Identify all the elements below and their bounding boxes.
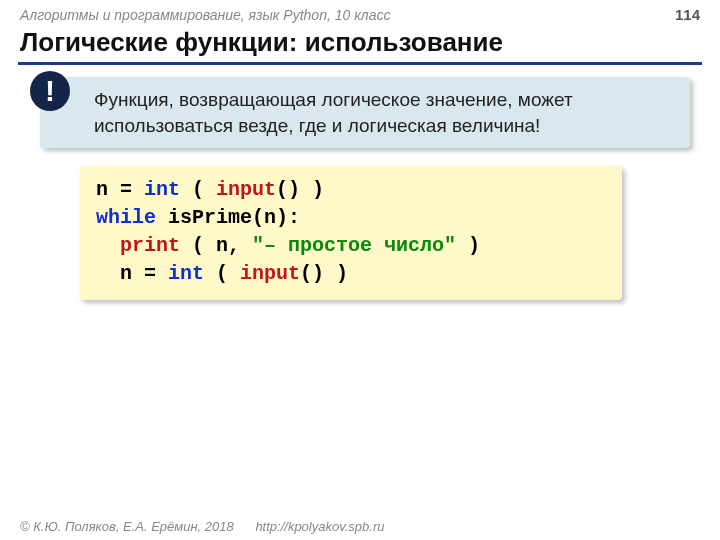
page-title: Логические функции: использование — [0, 25, 720, 62]
code-func: input — [240, 262, 300, 285]
code-keyword: while — [96, 206, 156, 229]
footer: © К.Ю. Поляков, Е.А. Ерёмин, 2018 http:/… — [20, 519, 384, 534]
code-text: ( n, — [180, 234, 252, 257]
note-box: ! Функция, возвращающая логическое значе… — [40, 77, 690, 148]
code-block: n = int ( input() ) while isPrime(n): pr… — [80, 166, 622, 300]
exclamation-icon: ! — [30, 71, 70, 111]
code-text: n = — [96, 178, 144, 201]
code-text: ( — [180, 178, 216, 201]
code-indent — [96, 234, 120, 257]
footer-url: http://kpolyakov.spb.ru — [255, 519, 384, 534]
code-func: print — [120, 234, 180, 257]
note-text: Функция, возвращающая логическое значени… — [94, 89, 573, 136]
code-func: input — [216, 178, 276, 201]
code-text: isPrime(n): — [156, 206, 300, 229]
page-number: 114 — [675, 6, 700, 23]
code-text: ) — [456, 234, 480, 257]
code-text: n = — [96, 262, 168, 285]
copyright-text: © К.Ю. Поляков, Е.А. Ерёмин, 2018 — [20, 519, 234, 534]
code-text: () ) — [300, 262, 348, 285]
title-underline — [18, 62, 702, 65]
course-label: Алгоритмы и программирование, язык Pytho… — [20, 7, 390, 23]
header-row: Алгоритмы и программирование, язык Pytho… — [0, 0, 720, 25]
code-keyword: int — [144, 178, 180, 201]
code-text: () ) — [276, 178, 324, 201]
code-string: "– простое число" — [252, 234, 456, 257]
code-keyword: int — [168, 262, 204, 285]
code-text: ( — [204, 262, 240, 285]
